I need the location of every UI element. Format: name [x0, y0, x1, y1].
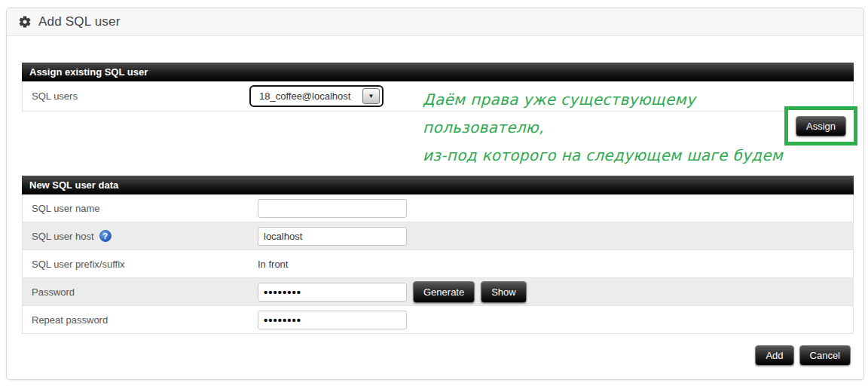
sql-user-host-label: SQL user host — [32, 231, 94, 242]
page-title: Add SQL user — [38, 14, 121, 29]
annotation-line: Даём права уже существующему пользовател… — [423, 86, 815, 142]
chevron-down-icon[interactable]: ▼ — [362, 88, 380, 104]
cancel-button[interactable]: Cancel — [799, 345, 851, 366]
page-canvas: Add SQL user Assign existing SQL user SQ… — [0, 0, 868, 392]
sql-users-select-value: 18_coffee@localhost — [259, 90, 350, 102]
add-sql-user-panel: Add SQL user Assign existing SQL user SQ… — [6, 8, 864, 380]
repeat-password-input[interactable] — [258, 311, 407, 329]
password-row: Password Generate Show — [22, 278, 854, 306]
new-user-section: New SQL user data SQL user name SQL user… — [22, 176, 854, 334]
sql-user-name-input[interactable] — [258, 199, 407, 218]
help-icon[interactable]: ? — [99, 230, 112, 242]
sql-users-label: SQL users — [32, 90, 78, 102]
assign-button[interactable]: Assign — [796, 116, 846, 136]
password-input[interactable] — [258, 283, 407, 302]
annotation-line: из-под которого на следующем шаге будем — [423, 142, 815, 170]
sql-user-host-row: SQL user host ? — [22, 222, 854, 250]
footer-actions: Add Cancel — [755, 345, 851, 366]
repeat-password-row: Repeat password — [22, 306, 854, 334]
show-button[interactable]: Show — [481, 281, 527, 303]
gear-icon — [18, 15, 32, 29]
prefix-suffix-label: SQL user prefix/suffix — [32, 259, 125, 270]
add-button[interactable]: Add — [755, 345, 793, 366]
generate-button[interactable]: Generate — [413, 281, 475, 303]
prefix-suffix-value: In front — [258, 259, 288, 270]
password-label: Password — [32, 286, 75, 298]
sql-user-name-label: SQL user name — [32, 203, 100, 214]
assign-section-header: Assign existing SQL user — [22, 63, 854, 81]
repeat-password-label: Repeat password — [32, 314, 108, 326]
prefix-suffix-row: SQL user prefix/suffix In front — [22, 250, 854, 278]
sql-user-host-input[interactable] — [258, 227, 407, 246]
new-user-section-header: New SQL user data — [22, 176, 854, 194]
titlebar: Add SQL user — [7, 8, 863, 36]
sql-users-select[interactable]: 18_coffee@localhost ▼ — [249, 85, 384, 107]
assign-highlight-box: Assign — [784, 106, 857, 145]
sql-user-name-row: SQL user name — [22, 194, 854, 222]
